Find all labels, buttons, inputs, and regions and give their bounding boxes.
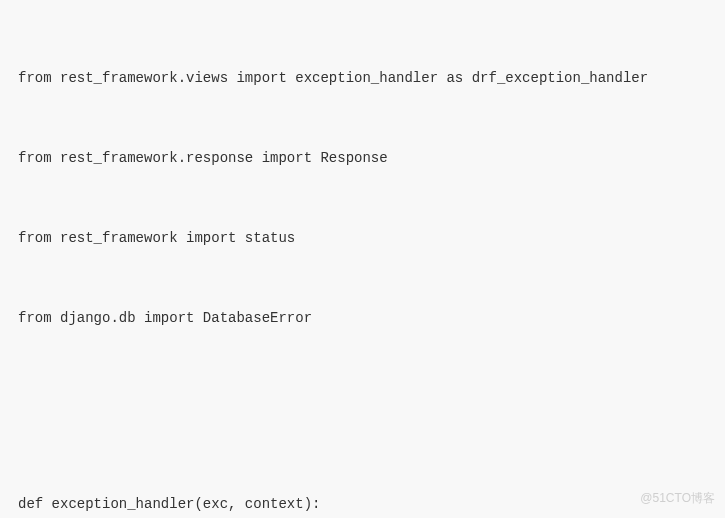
code-block: from rest_framework.views import excepti… bbox=[18, 12, 707, 518]
code-line: from django.db import DatabaseError bbox=[18, 305, 707, 332]
code-line: from rest_framework import status bbox=[18, 225, 707, 252]
watermark: @51CTO博客 bbox=[640, 487, 715, 510]
code-line: def exception_handler(exc, context): bbox=[18, 491, 707, 518]
code-line: from rest_framework.views import excepti… bbox=[18, 65, 707, 92]
code-line: from rest_framework.response import Resp… bbox=[18, 145, 707, 172]
